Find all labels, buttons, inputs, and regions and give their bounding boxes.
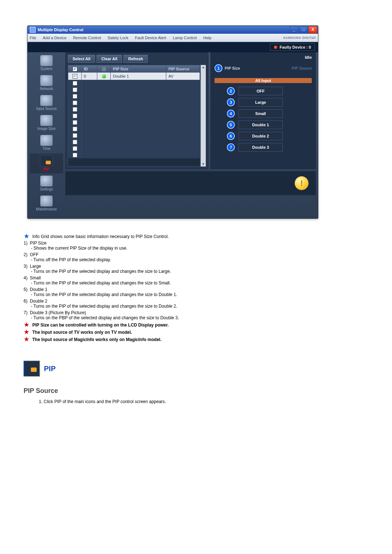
table-row xyxy=(68,106,200,112)
pip-section-icon xyxy=(24,360,40,377)
item-desc: - Turns on the PIP of the selected displ… xyxy=(24,304,299,309)
menu-fault-device-alert[interactable]: Fault Device Alert xyxy=(135,36,166,40)
table-row xyxy=(68,126,200,132)
explanation-block: ★ Info Grid shows some basic information… xyxy=(24,233,299,342)
row-checkbox[interactable] xyxy=(73,120,77,125)
badge-7: 7 xyxy=(227,143,235,151)
menu-remote-control[interactable]: Remote Control xyxy=(73,36,101,40)
maintenance-icon xyxy=(40,196,53,206)
row-checkbox[interactable] xyxy=(73,100,77,105)
brand-logo: SAMSUNG DIGITall xyxy=(283,36,316,40)
settings-icon xyxy=(40,176,53,186)
double1-button[interactable]: Double 1 xyxy=(238,120,283,129)
item-number: 4) xyxy=(24,275,28,280)
menu-safety-lock[interactable]: Satety Lock xyxy=(107,36,128,40)
large-button[interactable]: Large xyxy=(238,98,283,107)
scrollbar[interactable]: ▲ ▼ xyxy=(200,65,206,167)
sidebar-item-pip[interactable]: PIP xyxy=(30,153,63,173)
small-button[interactable]: Small xyxy=(238,109,283,118)
row-checkbox[interactable] xyxy=(73,81,77,86)
app-icon xyxy=(30,27,36,33)
table-row xyxy=(68,132,200,139)
star-icon: ★ xyxy=(24,322,29,328)
row-checkbox[interactable] xyxy=(73,133,77,138)
sidebar-item-maintenance[interactable]: Maintenance xyxy=(30,194,63,213)
row-checkbox[interactable] xyxy=(73,114,77,118)
row-checkbox[interactable] xyxy=(73,153,77,157)
row-checkbox[interactable] xyxy=(73,107,77,112)
list-item: 1) PIP Size - Shows the current PIP Size… xyxy=(24,241,299,251)
status-header-icon xyxy=(102,67,106,71)
item-title: Large xyxy=(30,264,41,269)
sidebar-item-label: Input Source xyxy=(30,107,63,111)
item-number: 2) xyxy=(24,252,28,257)
idle-status: Idle xyxy=(305,55,312,59)
scroll-down-icon[interactable]: ▼ xyxy=(202,163,205,166)
status-dot-icon xyxy=(102,74,106,78)
refresh-button[interactable]: Refresh xyxy=(123,55,148,63)
pip-icon xyxy=(40,155,53,167)
list-item: 5) Double 1 - Turns on the PIP of the se… xyxy=(24,287,299,297)
clear-all-button[interactable]: Clear All xyxy=(97,55,122,63)
sidebar-item-label: Settings xyxy=(30,187,63,191)
sidebar-item-input-source[interactable]: Input Source xyxy=(30,94,63,113)
table-row[interactable]: ✓ 0 Double 1 AV xyxy=(68,73,200,80)
badge-6: 6 xyxy=(227,132,235,140)
double3-button[interactable]: Double 3 xyxy=(238,143,283,152)
row-checkbox[interactable] xyxy=(73,140,77,144)
table-row xyxy=(68,145,200,152)
menu-bar: File Add a Device Remote Control Satety … xyxy=(28,34,318,42)
pip-section-header: PIP xyxy=(24,360,376,377)
item-title: Double 3 (Picture By Picture) xyxy=(30,310,86,315)
pip-source-step-1: 1. Click PIP of the main icons and the P… xyxy=(39,399,376,404)
select-all-button[interactable]: Select All xyxy=(68,55,95,63)
sidebar-item-settings[interactable]: Settings xyxy=(30,174,63,193)
note-text: PIP Size can be controlled with turning … xyxy=(32,322,169,328)
sidebar-item-image-size[interactable]: Image Size xyxy=(30,114,63,133)
menu-lamp-control[interactable]: Lamp Control xyxy=(173,36,197,40)
item-number: 3) xyxy=(24,264,28,269)
table-row xyxy=(68,99,200,106)
col-pip-source[interactable]: PIP Source xyxy=(166,65,200,73)
sidebar-item-time[interactable]: Time xyxy=(30,134,63,153)
maximize-button[interactable]: □ xyxy=(299,26,308,33)
menu-add-device[interactable]: Add a Device xyxy=(43,36,66,40)
item-desc: - Turns on the PIP of the selected displ… xyxy=(24,280,299,286)
pip-source-label: PIP Source xyxy=(292,66,312,70)
workspace: System Network Input Source Image Size T… xyxy=(28,52,318,218)
menu-help[interactable]: Help xyxy=(203,36,212,40)
table-row xyxy=(68,80,200,86)
intro-text: Info Grid shows some basic information n… xyxy=(32,233,169,239)
list-item: 4) Small - Turns on the PIP of the selec… xyxy=(24,275,299,286)
menu-file[interactable]: File xyxy=(30,36,36,40)
badge-2: 2 xyxy=(227,87,235,95)
scroll-up-icon[interactable]: ▲ xyxy=(202,66,205,69)
off-button[interactable]: OFF xyxy=(238,87,283,95)
col-pip-size[interactable]: PIP Size xyxy=(111,65,166,73)
col-id[interactable]: ID xyxy=(82,65,97,73)
table-row xyxy=(68,119,200,126)
row-checkbox[interactable] xyxy=(73,127,77,131)
title-bar[interactable]: Multiple Display Control _ □ X xyxy=(28,26,318,34)
sidebar-item-label: Image Size xyxy=(30,127,63,131)
grid-toolbar: Select All Clear All Refresh Idle xyxy=(68,55,206,63)
app-window: Multiple Display Control _ □ X File Add … xyxy=(27,25,318,219)
row-checkbox[interactable] xyxy=(73,146,77,151)
system-icon xyxy=(40,55,53,66)
app-title: Multiple Display Control xyxy=(38,28,83,32)
sidebar-item-label: System xyxy=(30,67,63,71)
row-checkbox[interactable] xyxy=(73,87,77,92)
item-desc: - Turns on the PIP of the selected displ… xyxy=(24,269,299,274)
row-checkbox[interactable]: ✓ xyxy=(73,74,77,79)
double2-button[interactable]: Double 2 xyxy=(238,132,283,140)
sidebar-item-network[interactable]: Network xyxy=(30,74,63,93)
cell-pip-size: Double 1 xyxy=(111,73,166,80)
close-button[interactable]: X xyxy=(309,26,317,33)
info-grid: ✓ ID PIP Size PIP Source ✓ 0 xyxy=(68,65,200,167)
header-checkbox[interactable]: ✓ xyxy=(73,67,77,71)
sidebar-item-system[interactable]: System xyxy=(30,54,63,73)
table-row xyxy=(68,86,200,93)
item-number: 6) xyxy=(24,299,28,304)
minimize-button[interactable]: _ xyxy=(290,26,298,33)
row-checkbox[interactable] xyxy=(73,94,77,99)
